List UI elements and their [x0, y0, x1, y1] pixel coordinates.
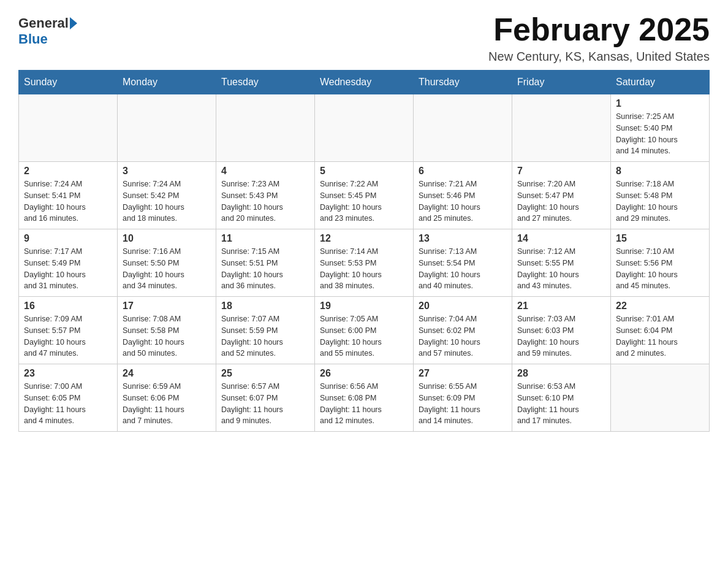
day-info: Sunrise: 7:24 AM Sunset: 5:42 PM Dayligh… [123, 178, 211, 224]
day-info: Sunrise: 7:04 AM Sunset: 6:02 PM Dayligh… [419, 313, 507, 359]
day-number: 22 [616, 301, 704, 312]
day-number: 11 [221, 233, 309, 244]
day-number: 13 [419, 233, 507, 244]
day-info: Sunrise: 7:01 AM Sunset: 6:04 PM Dayligh… [616, 313, 704, 359]
week-row-4: 16Sunrise: 7:09 AM Sunset: 5:57 PM Dayli… [19, 297, 710, 364]
logo: General Blue [18, 12, 78, 47]
day-info: Sunrise: 7:08 AM Sunset: 5:58 PM Dayligh… [123, 313, 211, 359]
day-header-wednesday: Wednesday [315, 71, 414, 94]
day-info: Sunrise: 7:23 AM Sunset: 5:43 PM Dayligh… [221, 178, 309, 224]
day-number: 21 [517, 301, 605, 312]
calendar-cell: 12Sunrise: 7:14 AM Sunset: 5:53 PM Dayli… [315, 229, 414, 297]
calendar-cell: 7Sunrise: 7:20 AM Sunset: 5:47 PM Daylig… [512, 162, 611, 229]
day-info: Sunrise: 7:10 AM Sunset: 5:56 PM Dayligh… [616, 246, 704, 292]
day-header-friday: Friday [512, 71, 611, 94]
title-section: February 2025 New Century, KS, Kansas, U… [488, 12, 710, 64]
calendar-cell: 2Sunrise: 7:24 AM Sunset: 5:41 PM Daylig… [19, 162, 118, 229]
day-header-saturday: Saturday [611, 71, 710, 94]
day-number: 5 [320, 166, 408, 177]
day-info: Sunrise: 7:22 AM Sunset: 5:45 PM Dayligh… [320, 178, 408, 224]
day-info: Sunrise: 7:00 AM Sunset: 6:05 PM Dayligh… [24, 381, 112, 427]
day-info: Sunrise: 7:17 AM Sunset: 5:49 PM Dayligh… [24, 246, 112, 292]
day-number: 7 [517, 166, 605, 177]
calendar-cell: 14Sunrise: 7:12 AM Sunset: 5:55 PM Dayli… [512, 229, 611, 297]
day-number: 8 [616, 166, 704, 177]
calendar-cell: 16Sunrise: 7:09 AM Sunset: 5:57 PM Dayli… [19, 297, 118, 364]
day-info: Sunrise: 7:07 AM Sunset: 5:59 PM Dayligh… [221, 313, 309, 359]
calendar-cell: 18Sunrise: 7:07 AM Sunset: 5:59 PM Dayli… [216, 297, 315, 364]
day-number: 19 [320, 301, 408, 312]
calendar-cell: 9Sunrise: 7:17 AM Sunset: 5:49 PM Daylig… [19, 229, 118, 297]
day-number: 12 [320, 233, 408, 244]
day-info: Sunrise: 7:20 AM Sunset: 5:47 PM Dayligh… [517, 178, 605, 224]
day-header-tuesday: Tuesday [216, 71, 315, 94]
day-number: 23 [24, 368, 112, 379]
calendar-cell [19, 94, 118, 162]
day-number: 24 [123, 368, 211, 379]
week-row-1: 1Sunrise: 7:25 AM Sunset: 5:40 PM Daylig… [19, 94, 710, 162]
day-info: Sunrise: 7:12 AM Sunset: 5:55 PM Dayligh… [517, 246, 605, 292]
day-info: Sunrise: 7:21 AM Sunset: 5:46 PM Dayligh… [419, 178, 507, 224]
calendar-cell: 23Sunrise: 7:00 AM Sunset: 6:05 PM Dayli… [19, 364, 118, 432]
day-info: Sunrise: 6:55 AM Sunset: 6:09 PM Dayligh… [419, 381, 507, 427]
day-info: Sunrise: 7:03 AM Sunset: 6:03 PM Dayligh… [517, 313, 605, 359]
calendar-cell: 4Sunrise: 7:23 AM Sunset: 5:43 PM Daylig… [216, 162, 315, 229]
day-info: Sunrise: 6:56 AM Sunset: 6:08 PM Dayligh… [320, 381, 408, 427]
calendar-cell: 25Sunrise: 6:57 AM Sunset: 6:07 PM Dayli… [216, 364, 315, 432]
day-info: Sunrise: 7:09 AM Sunset: 5:57 PM Dayligh… [24, 313, 112, 359]
calendar-cell: 19Sunrise: 7:05 AM Sunset: 6:00 PM Dayli… [315, 297, 414, 364]
day-header-thursday: Thursday [414, 71, 512, 94]
day-number: 15 [616, 233, 704, 244]
day-number: 3 [123, 166, 211, 177]
week-row-3: 9Sunrise: 7:17 AM Sunset: 5:49 PM Daylig… [19, 229, 710, 297]
week-row-5: 23Sunrise: 7:00 AM Sunset: 6:05 PM Dayli… [19, 364, 710, 432]
calendar-cell [611, 364, 710, 432]
calendar-cell: 20Sunrise: 7:04 AM Sunset: 6:02 PM Dayli… [414, 297, 512, 364]
calendar-cell: 8Sunrise: 7:18 AM Sunset: 5:48 PM Daylig… [611, 162, 710, 229]
day-info: Sunrise: 7:24 AM Sunset: 5:41 PM Dayligh… [24, 178, 112, 224]
calendar-cell: 11Sunrise: 7:15 AM Sunset: 5:51 PM Dayli… [216, 229, 315, 297]
calendar-cell [512, 94, 611, 162]
day-number: 1 [616, 98, 704, 109]
day-number: 16 [24, 301, 112, 312]
day-number: 2 [24, 166, 112, 177]
location: New Century, KS, Kansas, United States [488, 50, 710, 64]
day-number: 4 [221, 166, 309, 177]
day-info: Sunrise: 6:59 AM Sunset: 6:06 PM Dayligh… [123, 381, 211, 427]
calendar-cell: 13Sunrise: 7:13 AM Sunset: 5:54 PM Dayli… [414, 229, 512, 297]
calendar-cell: 17Sunrise: 7:08 AM Sunset: 5:58 PM Dayli… [118, 297, 216, 364]
page-header: General Blue February 2025 New Century, … [18, 12, 710, 64]
day-info: Sunrise: 6:57 AM Sunset: 6:07 PM Dayligh… [221, 381, 309, 427]
calendar-cell: 6Sunrise: 7:21 AM Sunset: 5:46 PM Daylig… [414, 162, 512, 229]
day-number: 27 [419, 368, 507, 379]
calendar-table: SundayMondayTuesdayWednesdayThursdayFrid… [18, 70, 710, 432]
day-number: 10 [123, 233, 211, 244]
calendar-cell: 22Sunrise: 7:01 AM Sunset: 6:04 PM Dayli… [611, 297, 710, 364]
calendar-cell: 24Sunrise: 6:59 AM Sunset: 6:06 PM Dayli… [118, 364, 216, 432]
calendar-cell: 27Sunrise: 6:55 AM Sunset: 6:09 PM Dayli… [414, 364, 512, 432]
day-number: 6 [419, 166, 507, 177]
calendar-cell [216, 94, 315, 162]
day-header-sunday: Sunday [19, 71, 118, 94]
logo-blue: Blue [18, 31, 48, 47]
logo-general: General [18, 15, 69, 31]
calendar-cell: 26Sunrise: 6:56 AM Sunset: 6:08 PM Dayli… [315, 364, 414, 432]
day-number: 20 [419, 301, 507, 312]
calendar-cell [118, 94, 216, 162]
day-info: Sunrise: 7:25 AM Sunset: 5:40 PM Dayligh… [616, 111, 704, 157]
day-number: 18 [221, 301, 309, 312]
day-number: 17 [123, 301, 211, 312]
day-number: 25 [221, 368, 309, 379]
calendar-cell: 21Sunrise: 7:03 AM Sunset: 6:03 PM Dayli… [512, 297, 611, 364]
day-info: Sunrise: 7:05 AM Sunset: 6:00 PM Dayligh… [320, 313, 408, 359]
calendar-cell [414, 94, 512, 162]
calendar-cell: 1Sunrise: 7:25 AM Sunset: 5:40 PM Daylig… [611, 94, 710, 162]
calendar-cell: 5Sunrise: 7:22 AM Sunset: 5:45 PM Daylig… [315, 162, 414, 229]
calendar-cell: 15Sunrise: 7:10 AM Sunset: 5:56 PM Dayli… [611, 229, 710, 297]
week-row-2: 2Sunrise: 7:24 AM Sunset: 5:41 PM Daylig… [19, 162, 710, 229]
day-header-monday: Monday [118, 71, 216, 94]
day-info: Sunrise: 7:18 AM Sunset: 5:48 PM Dayligh… [616, 178, 704, 224]
calendar-header-row: SundayMondayTuesdayWednesdayThursdayFrid… [19, 71, 710, 94]
calendar-cell [315, 94, 414, 162]
day-number: 14 [517, 233, 605, 244]
